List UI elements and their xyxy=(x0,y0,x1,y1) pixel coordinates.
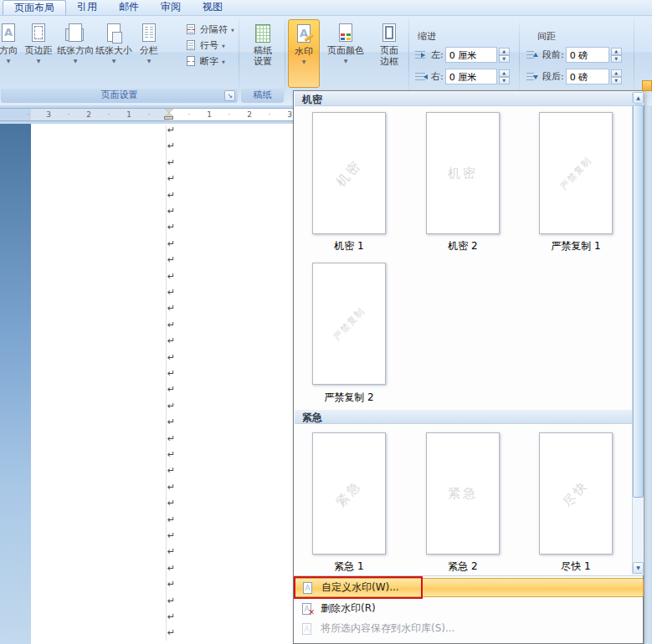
watermark-gallery-dropdown: 机密 机密 机密 严禁复制 机密 1 机密 2 严禁复制 1 严禁复制 严禁复制… xyxy=(293,90,644,644)
spacing-before-input[interactable]: 0 磅 xyxy=(566,47,609,63)
spacing-before-row: 段前: 0 磅 ▲▼ xyxy=(526,46,622,64)
page-borders-button[interactable]: 页面 边框 xyxy=(372,19,407,88)
ruler-tick: 1 xyxy=(207,110,212,120)
hyphenation-button[interactable]: 断字 ▼ xyxy=(186,54,225,69)
paragraph-mark: ↵ xyxy=(167,596,175,606)
indent-left-spinner[interactable]: ▲▼ xyxy=(499,48,510,63)
chevron-down-icon: ▼ xyxy=(147,58,151,64)
paragraph-mark: ↵ xyxy=(167,125,175,135)
tab-references[interactable]: 引用 xyxy=(66,0,108,15)
spacing-before-label: 段前: xyxy=(542,49,564,61)
scroll-up-arrow[interactable] xyxy=(642,80,652,91)
paragraph-mark: ↵ xyxy=(167,434,175,444)
menu-remove-watermark[interactable]: A✕ 删除水印(R) xyxy=(295,599,644,618)
paragraph-mark: ↵ xyxy=(167,239,175,249)
left-indent-marker[interactable] xyxy=(164,116,173,120)
paragraph-mark: ↵ xyxy=(167,255,175,265)
indent-right-input[interactable]: 0 厘米 xyxy=(445,69,497,84)
orientation-icon xyxy=(64,22,87,45)
document-scrollbar[interactable] xyxy=(644,105,652,644)
watermark-button[interactable]: A 水印 ▼ xyxy=(288,19,320,88)
watermark-thumbnail-jinji-1[interactable]: 紧急 xyxy=(312,432,386,555)
group-inner-separator xyxy=(519,23,520,96)
indent-left-label: 左: xyxy=(431,49,444,61)
watermark-thumbnail-yanjinfuzhi-1[interactable]: 严禁复制 xyxy=(539,112,613,234)
gallery-scrollbar[interactable]: ▲ ▼ xyxy=(632,92,644,575)
ruler-tick: 1 xyxy=(126,110,131,120)
ruler-ticks: 321123······· xyxy=(0,109,293,120)
line-numbers-button[interactable]: 行号 ▼ xyxy=(186,38,225,53)
paragraph-mark: ↵ xyxy=(167,580,175,590)
margins-button[interactable]: 页边距 ▼ xyxy=(22,19,55,88)
menu-custom-watermark[interactable]: A 自定义水印(W)... xyxy=(295,578,644,597)
word-window: 页面布局 引用 邮件 审阅 视图 A 方向 ▼ 页边距 ▼ 纸张方向 ▼ 纸张大… xyxy=(0,0,652,644)
chevron-down-icon: ▼ xyxy=(302,59,306,64)
paragraph-mark: ↵ xyxy=(167,304,175,314)
paragraph-mark: ↵ xyxy=(167,466,175,476)
paragraph-mark: ↵ xyxy=(167,612,175,622)
paragraph-mark: ↵ xyxy=(167,174,175,184)
paragraph-mark: ↵ xyxy=(167,531,175,541)
watermark-thumbnail-jimi-2[interactable]: 机密 xyxy=(426,112,500,234)
spin-down-icon: ▼ xyxy=(611,77,622,84)
chevron-down-icon: ▼ xyxy=(7,58,11,64)
horizontal-ruler[interactable]: 321123······· xyxy=(0,108,293,121)
paragraph-mark: ↵ xyxy=(167,401,175,411)
page-borders-icon xyxy=(377,22,401,45)
watermark-thumbnail-jimi-1[interactable]: 机密 xyxy=(312,112,386,234)
spin-up-icon: ▲ xyxy=(499,48,510,55)
watermark-thumbnail-jinkuai-1[interactable]: 尽快 xyxy=(539,432,613,555)
custom-watermark-icon: A xyxy=(301,581,315,595)
chevron-down-icon: ▼ xyxy=(37,58,41,64)
gallery-scroll-thumb[interactable] xyxy=(633,105,644,498)
group-separator xyxy=(634,18,634,102)
hanging-indent-marker[interactable] xyxy=(165,113,173,116)
manuscript-group-label: 稿纸 xyxy=(241,89,284,103)
columns-button[interactable]: 分栏 ▼ xyxy=(134,19,164,88)
paragraph-mark: ↵ xyxy=(167,141,175,151)
watermark-preview-text: 紧急 xyxy=(333,477,365,509)
paragraph-mark: ↵ xyxy=(167,222,175,233)
chevron-down-icon: ▼ xyxy=(222,43,225,49)
tab-view[interactable]: 视图 xyxy=(192,0,234,15)
page-setup-dialog-launcher[interactable]: ↘ xyxy=(224,90,235,101)
watermark-thumbnail-jinji-2[interactable]: 紧急 xyxy=(426,432,500,555)
gallery-scroll-down[interactable]: ▼ xyxy=(633,562,644,574)
text-direction-button[interactable]: A 方向 ▼ xyxy=(0,19,23,88)
tab-review[interactable]: 审阅 xyxy=(150,0,192,15)
paper-size-button[interactable]: 纸张大小 ▼ xyxy=(95,19,132,88)
chevron-down-icon: ▼ xyxy=(222,59,225,64)
menu-divider xyxy=(295,575,644,576)
paragraph-marks: ↵↵↵↵↵↵↵↵↵↵↵↵↵↵↵↵↵↵↵↵↵↵↵↵↵↵↵↵↵↵↵↵ xyxy=(31,124,293,644)
manuscript-settings-button[interactable]: 稿纸 设置 xyxy=(244,19,282,88)
tab-page-layout[interactable]: 页面布局 xyxy=(3,0,66,15)
thumbnail-label: 机密 1 xyxy=(312,239,386,253)
breaks-button[interactable]: 分隔符 ▼ xyxy=(186,23,234,37)
watermark-thumbnail-yanjinfuzhi-2[interactable]: 严禁复制 xyxy=(312,263,386,385)
ruler-tick: · xyxy=(108,110,110,120)
spacing-header: 间距 xyxy=(537,30,556,43)
paragraph-mark: ↵ xyxy=(167,272,175,282)
ruler-tick: 3 xyxy=(46,110,51,120)
indent-markers[interactable] xyxy=(164,109,175,121)
ribbon-tab-bar: 页面布局 引用 邮件 审阅 视图 xyxy=(0,0,652,16)
spacing-after-spinner[interactable]: ▲▼ xyxy=(611,69,622,84)
thumbnail-label: 严禁复制 1 xyxy=(539,239,613,253)
spacing-after-input[interactable]: 0 磅 xyxy=(566,69,609,84)
scroll-down-icon: ▼ xyxy=(636,565,640,570)
group-separator xyxy=(285,18,285,102)
ruler-tick: · xyxy=(269,110,271,120)
gallery-scroll-up[interactable]: ▲ xyxy=(633,92,644,104)
tab-mailings[interactable]: 邮件 xyxy=(108,0,150,15)
orientation-button[interactable]: 纸张方向 ▼ xyxy=(57,19,94,88)
ruler-tick: 2 xyxy=(86,110,91,120)
page-color-icon xyxy=(334,22,357,45)
thumbnail-label: 紧急 2 xyxy=(426,560,500,574)
indent-left-input[interactable]: 0 厘米 xyxy=(445,47,497,63)
paragraph-mark: ↵ xyxy=(167,385,175,395)
document-page[interactable]: ↵↵↵↵↵↵↵↵↵↵↵↵↵↵↵↵↵↵↵↵↵↵↵↵↵↵↵↵↵↵↵↵ xyxy=(31,124,293,644)
spacing-before-spinner[interactable]: ▲▼ xyxy=(611,48,622,63)
page-color-button[interactable]: 页面颜色 ▼ xyxy=(323,19,368,88)
hyphenation-icon xyxy=(186,56,197,67)
indent-right-spinner[interactable]: ▲▼ xyxy=(499,69,510,84)
